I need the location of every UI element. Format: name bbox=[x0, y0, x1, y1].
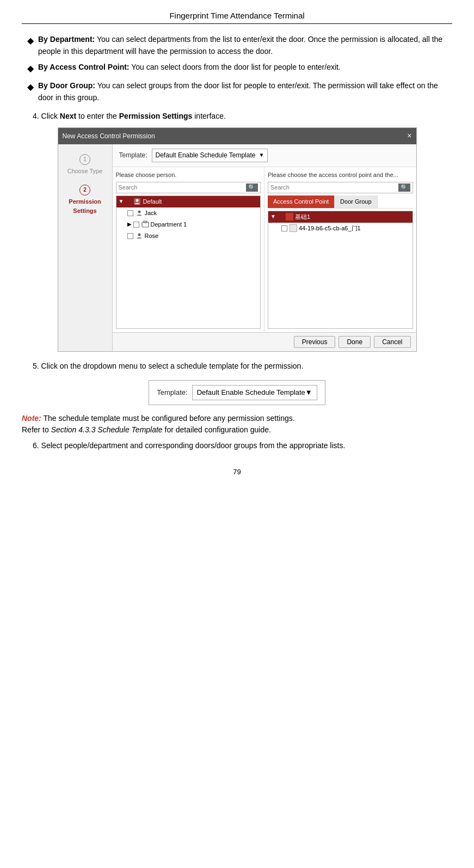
note-label: Note: bbox=[22, 414, 41, 423]
diamond-icon-3: ◆ bbox=[27, 81, 34, 94]
note-refer-suffix: for detailed configuration guide. bbox=[163, 425, 271, 434]
right-tree-area: ▼ 基础1 44-19-b6-c5-cb-a6_门1 bbox=[268, 211, 413, 329]
left-panel: Please choose person. 🔍 ▼ bbox=[113, 167, 265, 332]
bullet-list: ◆ By Department: You can select departme… bbox=[22, 34, 452, 104]
checkbox-default[interactable] bbox=[125, 199, 131, 205]
left-search-input[interactable] bbox=[119, 184, 247, 191]
tree-label-rose: Rose bbox=[145, 231, 159, 241]
previous-button[interactable]: Previous bbox=[294, 336, 336, 348]
step-4-text: 4. Click Next to enter the Permission Se… bbox=[22, 111, 452, 123]
right-panel: Please choose the access control point a… bbox=[264, 167, 416, 332]
page-title: Fingerprint Time Attendance Terminal bbox=[22, 11, 452, 24]
step-circle-1: 1 bbox=[79, 154, 90, 165]
checkbox-rose[interactable] bbox=[127, 233, 133, 239]
checkbox-subdoor[interactable] bbox=[281, 225, 287, 231]
sub-door-item[interactable]: 44-19-b6-c5-cb-a6_门1 bbox=[279, 223, 413, 234]
template-label: Template: bbox=[119, 150, 147, 161]
sub-door-label: 44-19-b6-c5-cb-a6_门1 bbox=[299, 224, 361, 233]
tab-door-group[interactable]: Door Group bbox=[335, 195, 377, 208]
done-button[interactable]: Done bbox=[338, 336, 371, 348]
cancel-button[interactable]: Cancel bbox=[374, 336, 410, 348]
step-5-text: 5. Click on the dropdown menu to select … bbox=[22, 360, 452, 372]
sidebar-step-1[interactable]: 1 Choose Type bbox=[58, 150, 112, 180]
bullet-door-text: By Door Group: You can select groups fro… bbox=[38, 80, 452, 103]
right-search-button[interactable]: 🔍 bbox=[398, 184, 410, 192]
left-search-row[interactable]: 🔍 bbox=[116, 182, 261, 193]
group-icon bbox=[133, 198, 141, 205]
bullet-door-group: ◆ By Door Group: You can select groups f… bbox=[27, 80, 452, 103]
bullet-access-text: By Access Control Point: You can select … bbox=[38, 62, 341, 74]
snippet-select-dropdown[interactable]: Default Enable Schedule Template ▼ bbox=[192, 385, 317, 400]
dialog-sidebar: 1 Choose Type 2 Permission Settings bbox=[58, 144, 113, 351]
expand-icon-default: ▼ bbox=[119, 197, 124, 206]
template-select-value: Default Enable Schedule Template bbox=[156, 150, 256, 161]
bullet-department-text: By Department: You can select department… bbox=[38, 34, 452, 57]
dialog-body: 1 Choose Type 2 Permission Settings Temp… bbox=[58, 144, 416, 351]
person-icon-jack bbox=[136, 209, 143, 217]
dialog-close-button[interactable]: × bbox=[407, 130, 411, 142]
left-search-button[interactable]: 🔍 bbox=[246, 184, 258, 192]
right-search-row[interactable]: 🔍 bbox=[268, 182, 413, 193]
dialog-main: Template: Default Enable Schedule Templa… bbox=[113, 144, 416, 351]
expand-icon-door: ▼ bbox=[270, 212, 276, 221]
bullet-department: ◆ By Department: You can select departme… bbox=[27, 34, 452, 57]
step-6-text: 6. Select people/department and correspo… bbox=[22, 440, 452, 452]
snippet-select-value: Default Enable Schedule Template bbox=[197, 387, 305, 398]
dialog-title: New Access Control Permission bbox=[63, 131, 155, 142]
sidebar-step-2[interactable]: 2 Permission Settings bbox=[58, 180, 112, 220]
tree-label-dept1: Department 1 bbox=[151, 220, 187, 229]
door-item-jichi1[interactable]: ▼ 基础1 bbox=[268, 211, 413, 223]
dept-icon bbox=[141, 221, 149, 228]
snippet-arrow-icon: ▼ bbox=[305, 387, 312, 398]
svg-point-2 bbox=[138, 211, 140, 213]
bullet-department-label: By Department: bbox=[38, 35, 95, 44]
bullet-door-label: By Door Group: bbox=[38, 81, 95, 90]
dialog-panels: Please choose person. 🔍 ▼ bbox=[113, 167, 416, 332]
tree-item-rose[interactable]: Rose bbox=[125, 230, 261, 242]
note-text: Note: The schedule template must be conf… bbox=[22, 413, 452, 436]
sub-door-icon bbox=[290, 224, 297, 232]
template-select-dropdown[interactable]: Default Enable Schedule Template ▼ bbox=[152, 149, 268, 162]
template-select-arrow-icon: ▼ bbox=[258, 151, 264, 160]
dialog-titlebar: New Access Control Permission × bbox=[58, 128, 416, 144]
person-icon-rose bbox=[136, 232, 143, 240]
tree-item-dept1[interactable]: ▶ Department 1 bbox=[125, 219, 261, 230]
diamond-icon: ◆ bbox=[27, 34, 34, 48]
left-tree-area: ▼ Default Jack bbox=[116, 195, 261, 329]
checkbox-door1[interactable] bbox=[278, 214, 284, 220]
door-icon-jichi1 bbox=[286, 213, 293, 221]
template-snippet-wrapper: Template: Default Enable Schedule Templa… bbox=[22, 380, 452, 405]
tree-label-jack: Jack bbox=[145, 209, 157, 218]
tree-item-default[interactable]: ▼ Default bbox=[116, 196, 261, 207]
tree-label-default: Default bbox=[143, 197, 162, 206]
page-number: 79 bbox=[22, 468, 452, 476]
dialog-wrapper: New Access Control Permission × 1 Choose… bbox=[22, 127, 452, 352]
left-panel-label: Please choose person. bbox=[116, 170, 261, 180]
door-label-jichi1: 基础1 bbox=[295, 212, 310, 222]
dialog-footer: Previous Done Cancel bbox=[113, 332, 416, 351]
note-section-ref: Section 4.3.3 Schedule Template bbox=[51, 425, 163, 434]
right-search-input[interactable] bbox=[270, 184, 398, 191]
sidebar-step-2-label: Permission Settings bbox=[61, 197, 109, 216]
svg-point-5 bbox=[138, 234, 140, 236]
template-snippet: Template: Default Enable Schedule Templa… bbox=[149, 380, 325, 405]
svg-point-1 bbox=[136, 199, 139, 202]
diamond-icon-2: ◆ bbox=[27, 62, 34, 76]
expand-icon-dept1: ▶ bbox=[127, 220, 132, 229]
template-row: Template: Default Enable Schedule Templa… bbox=[113, 144, 416, 167]
step-circle-2: 2 bbox=[79, 185, 90, 195]
note-text1: The schedule template must be configured… bbox=[41, 414, 295, 423]
tree-item-jack[interactable]: Jack bbox=[125, 207, 261, 219]
new-access-control-dialog: New Access Control Permission × 1 Choose… bbox=[58, 127, 417, 352]
checkbox-jack[interactable] bbox=[127, 210, 133, 216]
sidebar-step-1-label: Choose Type bbox=[67, 167, 103, 176]
bullet-access-control: ◆ By Access Control Point: You can selec… bbox=[27, 62, 452, 76]
right-panel-tabs: Access Control Point Door Group bbox=[268, 195, 413, 209]
note-refer-prefix: Refer to bbox=[22, 425, 51, 434]
checkbox-dept1[interactable] bbox=[133, 222, 139, 228]
tab-access-control-point[interactable]: Access Control Point bbox=[268, 195, 335, 208]
bullet-access-label: By Access Control Point: bbox=[38, 63, 130, 71]
snippet-label: Template: bbox=[157, 387, 187, 398]
right-panel-label: Please choose the access control point a… bbox=[268, 170, 413, 180]
